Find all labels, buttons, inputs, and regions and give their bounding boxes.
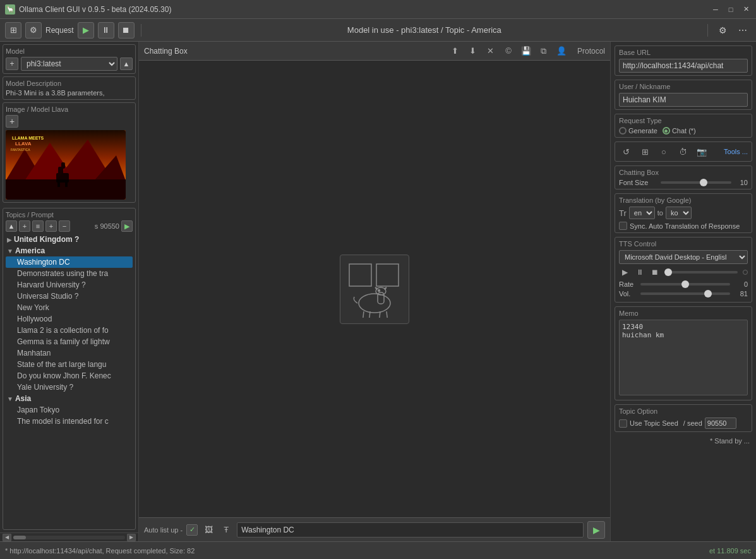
hscroll-thumb[interactable] <box>13 536 26 539</box>
tools-link[interactable]: Tools ... <box>724 148 748 155</box>
sync-checkbox[interactable] <box>619 222 627 230</box>
topic-item-japan[interactable]: Japan Tokyo <box>6 404 133 416</box>
topic-option-group: Topic Option Use Topic Seed / seed <box>615 404 752 432</box>
model-up-button[interactable]: ▲ <box>120 57 133 70</box>
minimize-button[interactable]: ─ <box>711 4 721 15</box>
chat-send-button[interactable]: ▶ <box>587 521 605 539</box>
topic-option-label: Topic Option <box>619 407 748 415</box>
topic-item-washington[interactable]: Washington DC <box>6 256 133 268</box>
add-image-button[interactable]: + <box>6 115 18 128</box>
maximize-button[interactable]: □ <box>726 4 736 15</box>
request-type-label: Request Type <box>619 117 748 124</box>
chat-panel: Chatting Box ⬆ ⬇ ✕ © 💾 ⧉ 👤 Protocol <box>139 42 611 541</box>
topics-up-button[interactable]: ▲ <box>6 220 17 232</box>
tts-status-dot <box>743 270 748 275</box>
tts-pause-button[interactable]: ⏸ <box>634 267 645 278</box>
chat-input[interactable] <box>237 522 584 538</box>
font-size-value: 10 <box>735 179 748 186</box>
tts-progress-thumb[interactable] <box>664 268 672 276</box>
radio-generate[interactable]: Generate <box>619 127 657 135</box>
gear-settings-button[interactable]: ⚙ <box>714 22 731 39</box>
model-select[interactable]: phi3:latest <box>21 57 117 71</box>
translation-label: Translation (by Google) <box>619 196 748 204</box>
chat-header: Chatting Box ⬆ ⬇ ✕ © 💾 ⧉ 👤 Protocol <box>139 42 610 61</box>
chat-image-button[interactable]: 🖼 <box>201 523 215 537</box>
topic-item-yale[interactable]: Yale University ? <box>6 382 133 393</box>
chat-copy-button[interactable]: © <box>501 44 515 58</box>
topics-run-button[interactable]: ▶ <box>121 220 133 232</box>
status-left-text: * http://localhost:11434/api/chat, Reque… <box>5 547 704 555</box>
chat-font-button[interactable]: Ŧ <box>219 523 233 537</box>
tts-vol-thumb[interactable] <box>704 290 712 298</box>
translate-to-select[interactable]: koenja <box>666 207 692 219</box>
topic-item-gemma[interactable]: Gemma is a family of lightw <box>6 336 133 347</box>
close-button[interactable]: ✕ <box>741 4 751 15</box>
circle-icon[interactable]: ○ <box>657 145 671 159</box>
topics-add-button[interactable]: + <box>19 220 30 232</box>
memo-textarea[interactable]: 12340 huichan km <box>619 320 748 395</box>
tts-voice-select[interactable]: Microsoft David Desktop - Englisl <box>619 250 748 264</box>
topics-new-button[interactable]: + <box>45 220 57 232</box>
chat-upload-button[interactable]: ⬆ <box>448 44 462 58</box>
request-label[interactable]: Request <box>45 26 74 35</box>
stop-button[interactable]: ⏹ <box>118 22 135 39</box>
pause-button[interactable]: ⏸ <box>98 22 114 39</box>
topic-item-newyork[interactable]: New York <box>6 302 133 313</box>
tts-rate-thumb[interactable] <box>681 280 689 288</box>
topics-seed-count: s 90550 <box>95 222 119 230</box>
topic-item-demonstrates[interactable]: Demonstrates using the tra <box>6 268 133 279</box>
camera-icon[interactable]: 📷 <box>695 145 709 159</box>
topic-seed-checkbox[interactable] <box>619 419 627 428</box>
topic-item-universal[interactable]: Universal Studio ? <box>6 291 133 302</box>
refresh-icon[interactable]: ↺ <box>619 145 633 159</box>
chat-clear-button[interactable]: ✕ <box>484 44 498 58</box>
user-nickname-group: User / Nickname <box>615 80 752 110</box>
svg-point-16 <box>359 294 390 313</box>
topic-item-manhatan[interactable]: Manhatan <box>6 347 133 359</box>
model-desc-label: Model Description <box>6 80 133 87</box>
topic-item-llama2[interactable]: Llama 2 is a collection of fo <box>6 325 133 336</box>
clock-icon[interactable]: ⏱ <box>676 145 690 159</box>
chat-body <box>139 61 610 517</box>
user-nickname-input[interactable] <box>619 93 748 107</box>
seed-input[interactable] <box>705 418 736 429</box>
more-options-button[interactable]: ⋯ <box>735 22 751 39</box>
chat-user-button[interactable]: 👤 <box>555 44 568 58</box>
chat-expand-button[interactable]: ⧉ <box>537 44 551 58</box>
add-model-button[interactable]: + <box>6 57 18 70</box>
group-header-asia[interactable]: ▼ Asia <box>6 393 133 404</box>
chat-download-button[interactable]: ⬇ <box>466 44 480 58</box>
font-size-slider-thumb[interactable] <box>700 179 707 186</box>
grid-button[interactable]: ⊞ <box>5 22 21 39</box>
hscroll-right-button[interactable]: ▶ <box>127 534 136 541</box>
topics-remove-button[interactable]: − <box>59 220 70 232</box>
base-url-input[interactable] <box>619 59 748 73</box>
topic-item-hollywood[interactable]: Hollywood <box>6 313 133 325</box>
grid-icon[interactable]: ⊞ <box>638 145 652 159</box>
topic-item-model-intended[interactable]: The model is intended for c <box>6 416 133 427</box>
protocol-button[interactable]: Protocol <box>577 47 605 56</box>
auto-list-check[interactable]: ✓ <box>186 524 198 536</box>
chat-save-button[interactable]: 💾 <box>519 44 533 58</box>
font-size-label: Font Size <box>619 179 657 186</box>
group-header-uk[interactable]: ▶ United Kingdom ? <box>6 234 133 245</box>
topic-item-stateofart[interactable]: State of the art large langu <box>6 359 133 370</box>
group-name-america: America <box>15 246 45 255</box>
standby-text: * Stand by ... <box>615 436 752 446</box>
request-type-group: Request Type Generate Chat (*) <box>615 114 752 138</box>
topic-item-jfk[interactable]: Do you know Jhon F. Kenec <box>6 370 133 382</box>
play-button[interactable]: ▶ <box>78 22 94 39</box>
translate-from-select[interactable]: enkoja <box>629 207 655 219</box>
tts-stop-button[interactable]: ⏹ <box>649 267 661 278</box>
tts-play-button[interactable]: ▶ <box>619 267 630 278</box>
hscroll-left-button[interactable]: ◀ <box>3 534 11 541</box>
topics-edit-button[interactable]: ≡ <box>32 220 44 232</box>
tools-group: ↺ ⊞ ○ ⏱ 📷 Tools ... <box>615 141 752 162</box>
settings-button[interactable]: ⚙ <box>25 22 42 39</box>
topic-item-harvard[interactable]: Harvard University ? <box>6 279 133 291</box>
translate-to-label: to <box>657 209 663 217</box>
group-header-america[interactable]: ▼ America <box>6 245 133 256</box>
right-panel: Base URL User / Nickname Request Type Ge… <box>611 42 756 541</box>
radio-chat[interactable]: Chat (*) <box>663 127 696 135</box>
svg-text:LLAMA MEETS: LLAMA MEETS <box>12 136 44 140</box>
